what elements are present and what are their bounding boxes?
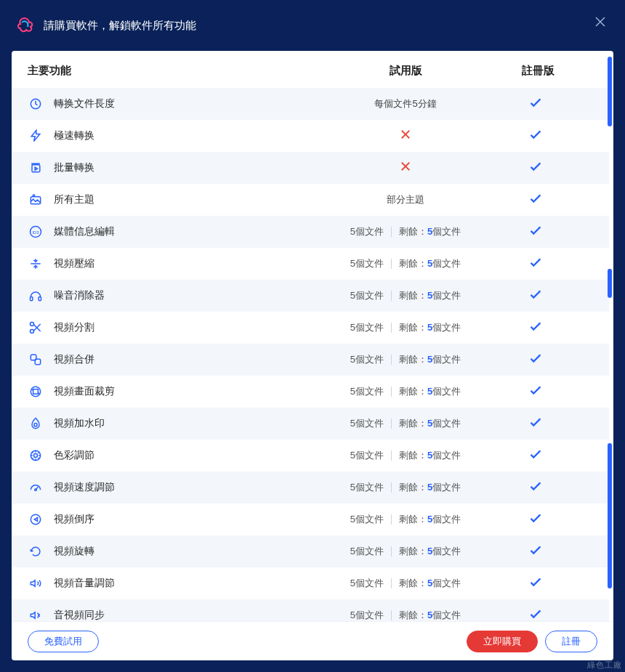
table-row: 視頻畫面裁剪5個文件剩餘：5個文件 bbox=[12, 376, 609, 408]
trial-cell: 5個文件剩餘：5個文件 bbox=[333, 225, 478, 238]
table-row: 視頻分割5個文件剩餘：5個文件 bbox=[12, 312, 609, 344]
trial-cell: 5個文件剩餘：5個文件 bbox=[333, 289, 478, 302]
close-button[interactable] bbox=[592, 13, 609, 31]
registered-cell bbox=[478, 446, 593, 465]
trial-cell: 5個文件剩餘：5個文件 bbox=[333, 577, 478, 590]
split-icon bbox=[28, 320, 44, 336]
feature-label: 視頻分割 bbox=[54, 321, 94, 334]
svg-point-13 bbox=[34, 424, 37, 426]
table-row: 視頻速度調節5個文件剩餘：5個文件 bbox=[12, 471, 609, 503]
registered-cell bbox=[478, 94, 593, 113]
registered-cell bbox=[478, 350, 593, 369]
registered-cell bbox=[478, 190, 593, 209]
table-row: 視頻壓縮5個文件剩餘：5個文件 bbox=[12, 248, 609, 280]
svg-rect-6 bbox=[31, 297, 33, 301]
svg-point-12 bbox=[31, 386, 40, 396]
table-row: 所有主題部分主題 bbox=[12, 184, 609, 216]
feature-label: 視頻合併 bbox=[54, 353, 94, 366]
feature-label: 轉换文件長度 bbox=[54, 97, 115, 110]
table-row: 視頻加水印5個文件剩餘：5個文件 bbox=[12, 408, 609, 440]
registered-cell bbox=[478, 542, 593, 561]
feature-label: 媒體信息編輯 bbox=[54, 225, 115, 238]
speed-icon bbox=[28, 479, 44, 495]
trial-limit-text: 5個文件 bbox=[350, 225, 384, 238]
feature-label: 視頻音量調節 bbox=[54, 577, 115, 590]
header-feature: 主要功能 bbox=[28, 64, 333, 78]
duration-icon bbox=[28, 96, 44, 112]
feature-label: 視頻加水印 bbox=[54, 417, 105, 430]
trial-remaining-text: 剩餘：5個文件 bbox=[399, 577, 461, 590]
titlebar-title: 請購買軟件，解鎖軟件所有功能 bbox=[44, 19, 196, 33]
buy-now-button[interactable]: 立即購買 bbox=[467, 631, 538, 652]
check-icon bbox=[528, 100, 544, 113]
check-icon bbox=[528, 388, 544, 400]
trial-cell: 5個文件剩餘：5個文件 bbox=[333, 609, 478, 621]
trial-cell bbox=[333, 160, 478, 177]
trial-limit-text: 5個文件 bbox=[350, 513, 384, 526]
trial-cell: 5個文件剩餘：5個文件 bbox=[333, 545, 478, 558]
trial-cell: 5個文件剩餘：5個文件 bbox=[333, 321, 478, 334]
titlebar: 請購買軟件，解鎖軟件所有功能 bbox=[0, 0, 625, 51]
batch-icon bbox=[28, 160, 44, 176]
rotate-icon bbox=[28, 543, 44, 559]
scroll-indicator bbox=[608, 443, 612, 588]
feature-label: 批量轉换 bbox=[54, 161, 94, 174]
svg-text:ID3: ID3 bbox=[32, 230, 39, 235]
trial-remaining-text: 剩餘：5個文件 bbox=[399, 257, 461, 270]
trial-remaining-text: 剩餘：5個文件 bbox=[399, 545, 461, 558]
table-row: 轉换文件長度每個文件5分鐘 bbox=[12, 88, 609, 120]
table-row: 視頻倒序5個文件剩餘：5個文件 bbox=[12, 503, 609, 535]
registered-cell bbox=[478, 414, 593, 433]
feature-label: 音視頻同步 bbox=[54, 609, 105, 621]
table-row: 色彩調節5個文件剩餘：5個文件 bbox=[12, 440, 609, 471]
check-icon bbox=[528, 516, 544, 528]
trial-limit-text: 5個文件 bbox=[350, 481, 384, 494]
table-row: 批量轉换 bbox=[12, 152, 609, 184]
x-icon bbox=[399, 128, 412, 145]
theme-icon bbox=[28, 192, 44, 208]
svg-rect-1 bbox=[32, 165, 40, 172]
free-trial-button[interactable]: 免費試用 bbox=[28, 631, 99, 652]
app-logo-icon bbox=[15, 15, 35, 36]
trial-limit-text: 5個文件 bbox=[350, 545, 384, 558]
check-icon bbox=[528, 484, 544, 496]
feature-label: 視頻壓縮 bbox=[54, 257, 94, 270]
trial-cell: 部分主題 bbox=[333, 193, 478, 206]
check-icon bbox=[528, 292, 544, 304]
trial-cell: 5個文件剩餘：5個文件 bbox=[333, 513, 478, 526]
trial-cell: 5個文件剩餘：5個文件 bbox=[333, 385, 478, 398]
check-icon bbox=[528, 356, 544, 368]
registered-cell bbox=[478, 126, 593, 145]
feature-label: 視頻速度調節 bbox=[54, 481, 115, 494]
table-row: 視頻旋轉5個文件剩餘：5個文件 bbox=[12, 535, 609, 567]
crop-icon bbox=[28, 384, 44, 400]
trial-limit-text: 5個文件 bbox=[350, 449, 384, 462]
svg-point-8 bbox=[31, 323, 34, 326]
svg-rect-7 bbox=[39, 297, 41, 301]
svg-point-17 bbox=[31, 514, 40, 524]
trial-remaining-text: 剩餘：5個文件 bbox=[399, 417, 461, 430]
check-icon bbox=[528, 452, 544, 464]
merge-icon bbox=[28, 352, 44, 368]
scroll-indicator bbox=[608, 269, 612, 298]
feature-label: 噪音消除器 bbox=[54, 289, 105, 302]
table-row: ID3媒體信息編輯5個文件剩餘：5個文件 bbox=[12, 216, 609, 248]
trial-remaining-text: 剩餘：5個文件 bbox=[399, 385, 461, 398]
trial-remaining-text: 剩餘：5個文件 bbox=[399, 353, 461, 366]
registered-cell bbox=[478, 318, 593, 337]
check-icon bbox=[528, 164, 544, 177]
scroll-indicator bbox=[608, 88, 612, 126]
table-header: 主要功能 試用版 註冊版 bbox=[12, 51, 613, 88]
register-button[interactable]: 註冊 bbox=[545, 631, 597, 652]
feature-label: 極速轉换 bbox=[54, 129, 94, 142]
x-icon bbox=[399, 160, 412, 177]
feature-comparison-panel: 主要功能 試用版 註冊版 轉换文件長度每個文件5分鐘極速轉换批量轉换所有主題部分… bbox=[12, 51, 613, 660]
table-row: 噪音消除器5個文件剩餘：5個文件 bbox=[12, 280, 609, 312]
trial-limit-text: 5個文件 bbox=[350, 321, 384, 334]
trial-remaining-text: 剩餘：5個文件 bbox=[399, 449, 461, 462]
registered-cell bbox=[478, 158, 593, 177]
trial-cell bbox=[333, 128, 478, 145]
trial-cell: 5個文件剩餘：5個文件 bbox=[333, 257, 478, 270]
svg-point-9 bbox=[31, 330, 34, 333]
table-row: 音視頻同步5個文件剩餘：5個文件 bbox=[12, 599, 609, 621]
